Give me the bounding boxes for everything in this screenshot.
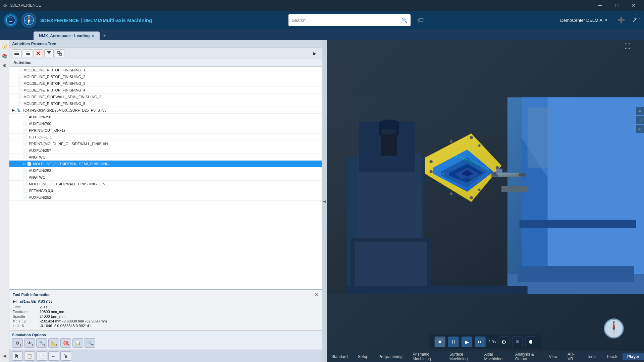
stop-button[interactable]: ■ (435, 337, 445, 347)
play-button[interactable]: ▶ (462, 337, 472, 347)
vp-tab-prismatic[interactable]: Prismatic Machining (408, 351, 444, 362)
tree-item[interactable]: ▶📄MOLDLINE_OUTSIDEWA...SEMI_FINISHING... (9, 161, 322, 167)
viewport[interactable]: N ≡ ⊞ ◎ ⛶ StandardSetupProgrammingPrisma… (327, 40, 644, 362)
user-dropdown-icon[interactable]: ▼ (604, 18, 608, 22)
edge-icon-3[interactable]: ◎ (636, 125, 644, 133)
bookmark-icon[interactable]: 🏷 (417, 16, 424, 24)
maximize-button[interactable]: □ (609, 0, 625, 11)
vp-tab-player[interactable]: Player (623, 353, 644, 360)
left-icon-settings[interactable]: ⚙ (1, 62, 8, 69)
tab-close-icon[interactable]: ✕ (92, 34, 94, 38)
tree-item[interactable]: 📄MOLDELINE_RIBTOP_FINISHING_4 (9, 87, 322, 94)
sim-analyze[interactable]: 🔍▼ (85, 338, 95, 348)
sim-measure[interactable]: 📐▼ (48, 338, 59, 348)
tree-item[interactable]: 📄PPRINT/(MOLDLINE_O...SIDEWALL_FINISHIN (9, 140, 322, 147)
left-icon-arrow[interactable]: ◀ (1, 352, 8, 359)
tree-item[interactable]: 📄AUXFUN/252 (9, 194, 322, 201)
tree-item[interactable]: 📄MOLDELINE_RIBTOP_FINISHING_1 (9, 67, 322, 73)
tree-item[interactable]: 📄AUXFUN/790 (9, 120, 322, 127)
sim-view[interactable]: 👁▼ (24, 338, 35, 348)
brand-3dx: 3DEXPERIENCE | (40, 17, 83, 23)
close-button[interactable]: ✕ (626, 0, 641, 11)
compass-widget[interactable]: N (604, 318, 624, 339)
toolbar-btn-expand[interactable] (55, 49, 64, 57)
tree-item[interactable]: 📄PPRINT/(CUT_OFF1) (9, 127, 322, 134)
tree-item[interactable]: ▶🔩TC4 (HSK63A-SRD25A-B0...SURF_D25_R0_ST… (9, 107, 322, 114)
paste-btn[interactable]: 📄 (36, 351, 47, 361)
list-button[interactable]: ≡ (512, 337, 523, 347)
left-icon-bar: 🧭 📚 ⚙ ◀ (0, 40, 9, 362)
tp-row: X : Y : Z-232.424 mm -9.68038 mm -32.939… (13, 319, 319, 323)
vp-tab-surface[interactable]: Surface Machining (445, 351, 479, 362)
sim-options: Simulation Options ⚙▼👁▼🔧▼📐▼🎯▼📊🔍▼ (9, 330, 322, 350)
toolbar-btn-2[interactable] (23, 49, 32, 57)
vp-tab-view[interactable]: View (544, 353, 562, 360)
tree-item[interactable]: 📄AUXFUN/253 (9, 167, 322, 174)
skip-button[interactable]: ⏭ (475, 337, 486, 347)
sim-chart[interactable]: 📊 (72, 338, 83, 348)
sim-target[interactable]: 🎯▼ (60, 338, 71, 348)
panel-collapse-button[interactable]: ◀ (322, 40, 327, 362)
toolbar-btn-next[interactable]: ▶ (310, 49, 319, 57)
svg-rect-21 (58, 51, 60, 53)
vp-tab-tools[interactable]: Tools (582, 353, 601, 360)
sim-settings[interactable]: ⚙▼ (12, 338, 23, 348)
tree-item[interactable]: 📄ANGTWO (9, 174, 322, 181)
svg-rect-22 (60, 53, 62, 55)
edge-icon-2[interactable]: ⊞ (636, 116, 644, 124)
vp-tab-programming[interactable]: Programming (374, 353, 407, 360)
vp-tab-setup[interactable]: Setup (353, 353, 373, 360)
svg-rect-68 (347, 286, 528, 294)
app-logo: 3D EXP (4, 13, 17, 27)
active-tab[interactable]: NMX_Aerospace - Leading ✕ (34, 32, 100, 40)
pause-button[interactable]: ⏸ (448, 337, 459, 347)
compass-icon[interactable]: N W E S (21, 13, 36, 27)
minimize-button[interactable]: ─ (592, 0, 608, 11)
toolbar-btn-1[interactable] (12, 49, 21, 57)
app-title: 3DEXPERIENCE | DELMIAMulti-axis Machinin… (40, 17, 152, 23)
search-input[interactable] (292, 18, 399, 23)
add-tab-button[interactable]: ➕ (616, 15, 627, 25)
tree-item[interactable]: 📄MOLDELINE_SIDEWALL_SEMI_FINISHING_2 (9, 94, 322, 100)
tree-item[interactable]: 📄MOLDELINE_RIBTOP_FINISHING_5 (9, 100, 322, 107)
svg-point-59 (450, 140, 452, 143)
expand-icon[interactable]: ⛶ (635, 13, 641, 19)
copy-btn[interactable]: 📋 (24, 351, 35, 361)
vp-tab-touch[interactable]: Touch (602, 353, 622, 360)
settings-playback-button[interactable]: ⚙ (498, 337, 509, 347)
tree-item[interactable]: 📄ANGTWO (9, 154, 322, 161)
search-bar[interactable]: 🔍 (288, 14, 411, 26)
tree-item[interactable]: 📄AUXFUN/257 (9, 147, 322, 154)
tree-container[interactable]: 📄MOLDELINE_RIBTOP_FINISHING_1📄MOLDELINE_… (9, 67, 322, 289)
tp-row: Spindle24000 turn_mn (13, 314, 319, 318)
tree-item[interactable]: 📄SETANG/0,0,0 (9, 187, 322, 194)
tree-item[interactable]: 📄MOLDELINE_RIBTOP_FINISHING_3 (9, 80, 322, 87)
vp-tab-analysis[interactable]: Analysis & Output (511, 351, 544, 362)
toolpath-close-button[interactable]: ✕ (315, 292, 319, 297)
tree-item[interactable]: 📄MOLDLINE_OUTSIDEWALL_FINISHING_1_5... (9, 181, 322, 187)
playback-controls: ■ ⏸ ▶ ⏭ 2.9s ⚙ ≡ ⏺ (429, 335, 542, 349)
product-name: Multi-axis Machining (103, 17, 152, 23)
left-icon-compass[interactable]: 🧭 (1, 43, 8, 50)
svg-point-58 (478, 188, 480, 191)
vp-tab-ar_vr[interactable]: AR-VR (563, 351, 582, 362)
toolbar-btn-filter[interactable] (44, 49, 54, 57)
tree-item[interactable]: 📄CUT_OFF1_1 (9, 134, 322, 140)
mode-btn[interactable]: 🖱 (60, 351, 71, 361)
viewport-expand-icon[interactable]: ⛶ (625, 43, 631, 50)
add-tab-icon[interactable]: + (100, 32, 109, 40)
edge-icon-1[interactable]: ≡ (636, 107, 644, 115)
record-button[interactable]: ⏺ (525, 337, 536, 347)
left-icon-layers[interactable]: 📚 (1, 52, 8, 60)
brand-delmia: DELMIA (83, 17, 103, 23)
vp-tab-standard[interactable]: Standard (327, 353, 353, 360)
sim-tool[interactable]: 🔧▼ (36, 338, 47, 348)
titlebar-controls: ─ □ ✕ (592, 0, 641, 11)
toolbar-btn-delete[interactable] (34, 49, 43, 57)
svg-point-62 (478, 163, 480, 165)
undo-btn[interactable]: ↩ (48, 351, 59, 361)
tree-item[interactable]: 📄AUXFUN/398 (9, 114, 322, 120)
vp-tab-axial[interactable]: Axial Machining (479, 351, 509, 362)
select-btn[interactable] (12, 351, 23, 361)
tree-item[interactable]: 📄MOLDELINE_RIBTOP_FINISHING_2 (9, 73, 322, 80)
